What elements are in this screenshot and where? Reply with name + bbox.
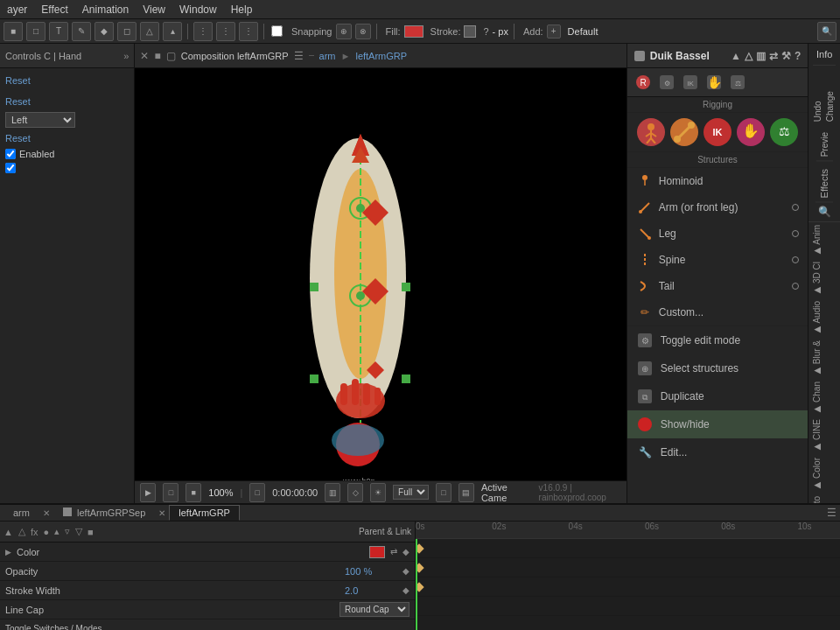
tool-select[interactable]: ■ [4,22,23,41]
timeline-menu-icon[interactable]: ☰ [827,507,836,519]
vc-icon2[interactable]: □ [163,483,178,502]
menu-item-ayer[interactable]: ayer [0,4,34,16]
search-icon[interactable]: 🔍 [817,22,836,41]
effects-item-cine[interactable]: ▶ CINE [808,416,825,455]
timeline-tab-leftarmsep[interactable]: leftArmGRPSep [53,505,155,521]
vc-icon8[interactable]: ▤ [458,483,474,502]
vc-icon4[interactable]: □ [249,483,265,502]
color-swatch[interactable] [369,546,385,558]
tool-text[interactable]: T [49,22,68,41]
snap-icon2[interactable]: ⊗ [355,24,371,39]
tl-icon-bone[interactable]: △ [18,526,25,537]
tool-camera[interactable]: ▴ [163,22,182,41]
struct-icon-extra[interactable]: ⚖ [770,118,798,146]
tool-pen[interactable]: ✎ [72,22,91,41]
struct-icon-ctrl[interactable]: ✋ [737,118,765,146]
tab-arm-close[interactable]: ✕ [39,508,53,518]
linecap-select[interactable]: Round Cap [340,602,410,617]
effects-item-chan[interactable]: ▶ Chan [808,379,825,417]
tl-icon-rig[interactable]: ▲ [4,527,13,537]
duik-tool-bone[interactable]: ⚙ [656,72,677,93]
vc-icon5[interactable]: ◇ [347,483,363,502]
action-select-structures[interactable]: ⊕ Select structures [627,354,808,382]
effects-item-3d[interactable]: ▶ 3D Cl [808,259,825,298]
duik-tool-extra[interactable]: ⚖ [727,72,748,93]
left-panel-expand[interactable]: » [123,51,129,61]
comp-menu-icon[interactable]: ☰ [294,50,304,62]
tool-extra1[interactable]: ⋮ [193,22,213,41]
tl-icon-fx[interactable]: fx [31,527,38,537]
struct-icon-bone[interactable] [670,118,698,146]
tool-extra2[interactable]: ⋮ [216,22,235,41]
menu-item-view[interactable]: View [136,4,172,16]
menu-item-window[interactable]: Window [172,4,224,16]
vc-icon6[interactable]: ☀ [370,483,386,502]
reset-btn-2[interactable]: Reset [5,94,129,108]
prop-color-expand[interactable]: ▶ [5,548,11,556]
menu-item-effect[interactable]: Effect [34,4,74,16]
effects-item-disto[interactable]: ▶ Disto [808,494,825,503]
duik-cam-icon[interactable]: ▥ [756,50,766,62]
tool-extra3[interactable]: ⋮ [239,22,258,41]
action-toggle-edit[interactable]: ⚙ Toggle edit mode [627,326,808,354]
effects-item-blur[interactable]: ▶ Blur & [808,338,825,379]
vc-icon1[interactable]: ▶ [140,483,156,502]
tl-icon-motion[interactable]: ▴ [54,526,60,537]
playhead[interactable] [416,539,417,630]
struct-item-arm[interactable]: Arm (or front leg) [627,194,808,220]
comp-cam-icon[interactable]: ▢ [166,50,176,62]
duik-rigging-icon[interactable]: ▲ [731,50,741,62]
tool-clone[interactable]: ◆ [94,22,114,41]
tl-icon-lock[interactable]: ■ [88,527,94,537]
timeline-tab-leftarmgrp[interactable]: leftArmGRP [169,505,240,521]
snap-icon[interactable]: ⊕ [336,24,352,39]
tl-icon-guide[interactable]: ▽ [75,526,82,537]
color-keyframe-icon[interactable]: ◆ [402,547,410,556]
comp-lock-icon[interactable]: ■ [154,50,160,62]
struct-item-custom[interactable]: ✏ Custom... [627,299,808,326]
tl-icon-adj[interactable]: ▿ [65,526,70,537]
struct-item-leg[interactable]: Leg [627,220,808,247]
prop-opacity-value[interactable]: 100 % [345,566,397,577]
quality-select[interactable]: Full [393,485,429,500]
reset-btn-1[interactable]: Reset [5,74,129,88]
menu-item-help[interactable]: Help [224,4,260,16]
action-edit[interactable]: 🔧 Edit... [627,438,808,466]
breadcrumb-arm[interactable]: arm [319,51,336,61]
snapping-checkbox[interactable] [271,25,283,37]
duik-tool-rigging[interactable]: R [633,72,654,93]
add-btn[interactable]: + [547,24,561,38]
action-duplicate[interactable]: ⧉ Duplicate [627,382,808,410]
vc-cam-icon[interactable]: ▥ [325,483,340,502]
left-dropdown[interactable]: Left [5,112,75,128]
color-link-icon[interactable]: ⇄ [390,547,397,556]
search-effects-icon[interactable]: 🔍 [808,202,840,222]
duik-tool-ik[interactable]: IK [680,72,701,93]
duik-help-icon[interactable]: ? [794,50,801,62]
tl-icon-clock[interactable]: ● [43,527,49,537]
duik-settings-icon[interactable]: ⚒ [781,50,791,62]
effects-item-color[interactable]: ▶ Color [808,455,825,494]
struct-icon-ik[interactable]: IK [704,118,732,146]
fill-color[interactable] [404,25,424,38]
enabled-checkbox[interactable] [5,149,16,159]
struct-item-spine[interactable]: Spine [627,247,808,273]
tool-eraser[interactable]: ◻ [117,22,136,41]
struct-item-hominoid[interactable]: Hominoid [627,168,808,194]
duik-anim-icon[interactable]: △ [745,50,752,62]
stroke-color[interactable] [464,25,476,38]
breadcrumb-leftarm[interactable]: leftArmGRP [355,51,407,61]
duik-tool-hand[interactable]: ✋ [704,72,724,93]
zoom-value[interactable]: 100% [208,487,233,498]
reset-btn-3[interactable]: Reset [5,131,129,145]
viewport[interactable]: www.h0n... ↖ [135,68,626,480]
vc-icon3[interactable]: ■ [186,483,201,502]
duik-io-icon[interactable]: ⇄ [769,50,778,62]
action-show-hide[interactable]: Show/hide [627,410,808,438]
effects-item-audio[interactable]: ▶ Audio [808,298,825,338]
comp-close-icon[interactable]: ✕ [140,50,149,62]
timeline-tab-arm[interactable]: arm [4,505,39,521]
struct-item-tail[interactable]: Tail [627,273,808,299]
tab-sep-close[interactable]: ✕ [155,508,169,518]
menu-item-animation[interactable]: Animation [75,4,136,16]
